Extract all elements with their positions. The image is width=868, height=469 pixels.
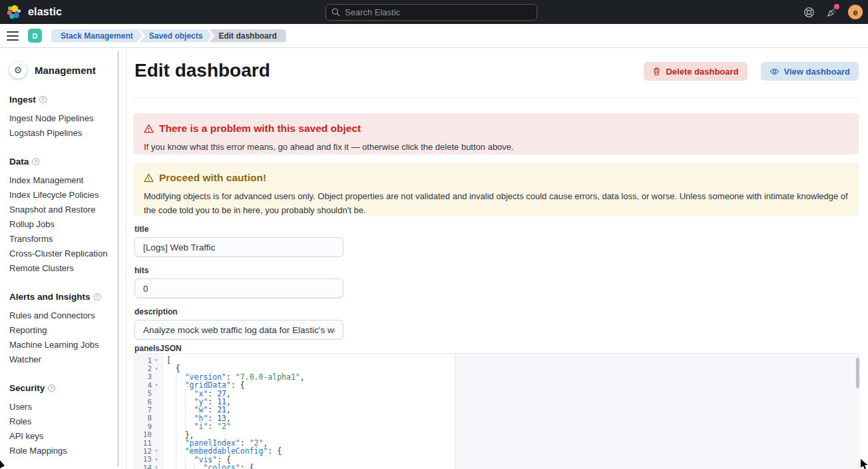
caution-callout-body: Modifying objects is for advanced users …	[144, 189, 848, 217]
line-number: 2	[133, 364, 152, 373]
indent-guide	[185, 414, 194, 422]
code-line[interactable]: "y": 11,	[166, 398, 860, 406]
space-avatar[interactable]: D	[28, 29, 42, 43]
section-help-icon[interactable]	[48, 384, 55, 392]
sidebar-scrollbar[interactable]	[117, 51, 119, 466]
indent-guide	[176, 456, 185, 464]
code-line[interactable]: "embeddableConfig": {	[166, 447, 860, 455]
sidebar-item-api-keys[interactable]: API keys	[9, 429, 126, 444]
mouse-cursor	[861, 459, 868, 469]
caution-callout-title: Proceed with caution!	[144, 172, 848, 184]
error-callout-title: There is a problem with this saved objec…	[144, 123, 848, 135]
code-line[interactable]: "vis": {	[166, 456, 860, 464]
section-help-icon[interactable]	[39, 96, 47, 103]
editor-scrollbar[interactable]	[856, 358, 859, 388]
breadcrumb-edit-dashboard[interactable]: Edit dashboard	[209, 29, 286, 43]
code-line[interactable]: "gridData": {	[166, 381, 860, 389]
section-help-icon[interactable]	[32, 158, 39, 165]
indent-guide	[185, 390, 194, 398]
field-hits-input[interactable]	[134, 278, 343, 298]
app-root: elastic	[0, 0, 868, 469]
sidebar-item-transforms[interactable]: Transforms	[9, 232, 126, 246]
code-line[interactable]: {	[166, 364, 860, 372]
search-input[interactable]	[345, 7, 531, 17]
indent-guide	[176, 398, 185, 406]
indent-guide	[176, 373, 185, 381]
fold-arrow-icon[interactable]: ▾	[152, 447, 161, 455]
section-help-icon[interactable]	[94, 293, 101, 300]
page-title: Edit dashboard	[134, 60, 270, 81]
field-title-input[interactable]	[134, 237, 343, 257]
sidebar-item-cross-cluster-replication[interactable]: Cross-Cluster Replication	[9, 246, 126, 261]
indent-guide	[176, 381, 185, 389]
delete-dashboard-button[interactable]: Delete dashboard	[644, 62, 747, 81]
error-callout-body: If you know what this error means, go ah…	[144, 140, 848, 154]
indent-guide	[185, 422, 194, 430]
warning-icon	[144, 173, 154, 183]
user-avatar[interactable]: e	[848, 5, 863, 19]
code-line[interactable]: "h": 13,	[166, 414, 860, 422]
sidebar-item-role-mappings[interactable]: Role Mappings	[9, 444, 126, 458]
code-line[interactable]: "x": 27,	[166, 390, 860, 398]
code-line[interactable]: [	[166, 356, 860, 364]
menu-icon[interactable]	[7, 31, 19, 41]
sidebar-item-logstash-pipelines[interactable]: Logstash Pipelines	[9, 126, 126, 141]
indent-guide	[176, 390, 185, 398]
editor-code[interactable]: [{"version": "7.0.0-alpha1","gridData": …	[164, 354, 860, 469]
field-description: description	[134, 307, 354, 340]
brand-name: elastic	[28, 6, 62, 18]
code-line[interactable]: "colors": {	[166, 464, 860, 469]
global-search[interactable]	[326, 4, 537, 21]
top-bar: elastic	[0, 0, 868, 24]
fold-arrow-icon[interactable]: ▾	[152, 365, 161, 373]
sidebar-item-rules-and-connectors[interactable]: Rules and Connectors	[9, 308, 126, 323]
code-line[interactable]: "version": "7.0.0-alpha1",	[166, 373, 860, 381]
line-number: 7	[133, 406, 152, 414]
sidebar-item-ingest-node-pipelines[interactable]: Ingest Node Pipelines	[9, 111, 126, 126]
help-icon[interactable]	[803, 6, 815, 18]
fold-arrow-icon[interactable]: ▾	[152, 356, 161, 364]
code-line[interactable]: "i": "2"	[166, 422, 860, 430]
line-number: 8	[133, 414, 152, 422]
notification-badge	[834, 4, 839, 9]
field-hits: hits	[134, 266, 354, 298]
code-line[interactable]: },	[166, 431, 860, 439]
field-description-input[interactable]	[134, 320, 343, 340]
newsfeed-icon[interactable]	[825, 6, 837, 18]
sidebar-item-reporting[interactable]: Reporting	[9, 323, 126, 338]
view-dashboard-button[interactable]: View dashboard	[761, 62, 859, 81]
indent-guide	[185, 406, 194, 414]
sidebar-item-users[interactable]: Users	[9, 400, 126, 414]
indent-guide	[176, 406, 185, 414]
breadcrumb-stack-management[interactable]: Stack Management	[51, 29, 142, 43]
line-number: 12	[133, 447, 152, 456]
sidebar-item-remote-clusters[interactable]: Remote Clusters	[9, 261, 126, 276]
error-callout: There is a problem with this saved objec…	[133, 113, 859, 155]
trash-icon	[652, 67, 661, 76]
elastic-logo[interactable]: elastic	[7, 4, 62, 20]
line-number: 1	[133, 356, 152, 365]
sidebar-item-index-management[interactable]: Index Management	[9, 173, 126, 188]
sidebar-item-machine-learning-jobs[interactable]: Machine Learning Jobs	[9, 338, 126, 352]
sidebar-item-roles[interactable]: Roles	[9, 414, 126, 429]
sidebar-item-snapshot-and-restore[interactable]: Snapshot and Restore	[9, 203, 126, 217]
section-title: Ingest	[9, 95, 126, 105]
breadcrumb-bar: D Stack ManagementSaved objectsEdit dash…	[0, 24, 868, 48]
search-icon	[331, 8, 340, 17]
fold-arrow-icon[interactable]: ▾	[152, 456, 161, 464]
field-description-label: description	[134, 307, 354, 316]
sidebar-item-rollup-jobs[interactable]: Rollup Jobs	[9, 217, 126, 232]
section-title: Data	[9, 157, 126, 167]
saved-object-form: titlehitsdescription	[134, 225, 354, 348]
fold-arrow-icon[interactable]: ▾	[152, 464, 161, 469]
code-line[interactable]: "w": 21,	[166, 406, 860, 414]
sidebar-item-index-lifecycle-policies[interactable]: Index Lifecycle Policies	[9, 188, 126, 203]
sidebar-item-watcher[interactable]: Watcher	[9, 352, 126, 367]
panels-json-editor[interactable]: 1▾2▾34▾56789101112▾13▾14▾ [{"version": "…	[133, 353, 860, 469]
indent-guide	[176, 439, 185, 447]
line-number: 14	[133, 464, 152, 469]
line-number: 5	[133, 389, 152, 398]
caution-callout: Proceed with caution! Modifying objects …	[133, 163, 859, 216]
fold-arrow-icon[interactable]: ▾	[152, 381, 161, 389]
breadcrumb-saved-objects[interactable]: Saved objects	[140, 29, 212, 43]
